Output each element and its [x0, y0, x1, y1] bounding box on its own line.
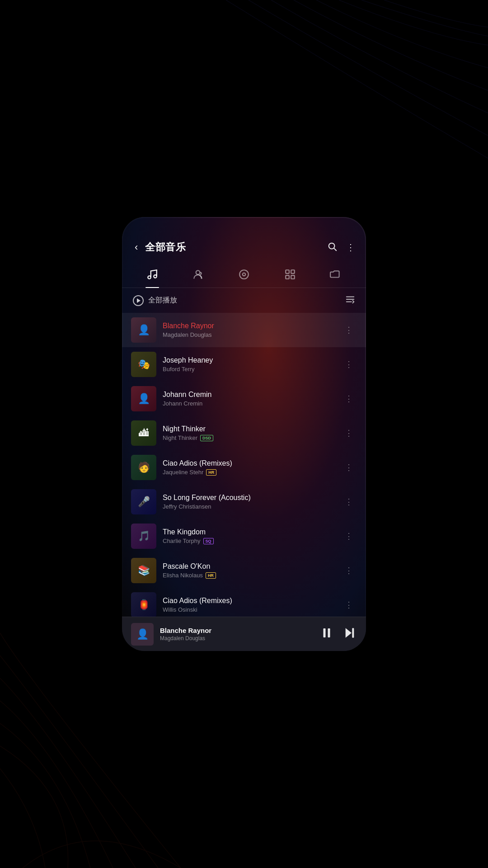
track-more-button[interactable]: ⋮ — [341, 321, 357, 339]
quality-badge: HR — [206, 572, 216, 579]
track-info: Night Thinker Night Thinker DSD — [163, 425, 335, 441]
tab-artists[interactable] — [187, 266, 209, 286]
track-more-button[interactable]: ⋮ — [341, 562, 357, 579]
track-item[interactable]: 🎤 So Long Forever (Acoustic) Jeffry Chri… — [122, 485, 366, 519]
track-item[interactable]: 👤 Blanche Raynor Magdalen Douglas ⋮ — [122, 313, 366, 347]
track-title: Joseph Heaney — [163, 356, 335, 364]
track-title: So Long Forever (Acoustic) — [163, 494, 335, 502]
track-more-button[interactable]: ⋮ — [341, 596, 357, 613]
track-title: Pascale O'Kon — [163, 562, 335, 571]
tab-folders[interactable] — [324, 266, 347, 286]
np-thumb-image: 👤 — [131, 623, 154, 646]
now-playing-thumb: 👤 — [131, 623, 154, 646]
play-all-button[interactable]: 全部播放 — [133, 295, 177, 306]
now-playing-controls — [320, 626, 357, 643]
track-title: Night Thinker — [163, 425, 335, 433]
track-item[interactable]: 📚 Pascale O'Kon Elisha Nikolaus HR ⋮ — [122, 553, 366, 588]
now-playing-bar[interactable]: 👤 Blanche Raynor Magdalen Douglas — [122, 617, 366, 651]
quality-badge: HR — [206, 469, 216, 476]
track-artist: Night Thinker DSD — [163, 434, 335, 441]
svg-rect-16 — [352, 628, 354, 637]
track-thumb: 🎤 — [131, 489, 156, 514]
track-info: Ciao Adios (Remixes) Jaqueline Stehr HR — [163, 459, 335, 476]
svg-point-5 — [243, 273, 246, 276]
tab-playlists[interactable] — [279, 266, 301, 286]
track-info: Ciao Adios (Remixes) Willis Osinski — [163, 597, 335, 613]
track-more-button[interactable]: ⋮ — [341, 425, 357, 442]
play-all-row: 全部播放 — [122, 288, 366, 313]
page-title: 全部音乐 — [145, 241, 322, 254]
header-icons: ⋮ — [327, 241, 355, 254]
track-info: So Long Forever (Acoustic) Jeffry Christ… — [163, 494, 335, 510]
track-item[interactable]: 👤 Johann Cremin Johann Cremin ⋮ — [122, 382, 366, 416]
artists-icon — [192, 269, 204, 283]
track-title: Ciao Adios (Remixes) — [163, 597, 335, 605]
quality-badge: DSD — [200, 435, 213, 441]
track-info: Pascale O'Kon Elisha Nikolaus HR — [163, 562, 335, 579]
artist-name: Magdalen Douglas — [163, 331, 211, 338]
sort-icon[interactable] — [345, 294, 355, 307]
svg-line-2 — [334, 248, 336, 250]
track-more-button[interactable]: ⋮ — [341, 390, 357, 407]
quality-badge: SQ — [203, 538, 214, 544]
track-info: The Kingdom Charlie Torphy SQ — [163, 528, 335, 544]
artist-name: Willis Osinski — [163, 606, 197, 613]
phone-device: ‹ 全部音乐 ⋮ — [122, 217, 366, 651]
track-info: Joseph Heaney Buford Terry — [163, 356, 335, 373]
pause-button[interactable] — [320, 626, 333, 642]
track-thumb-img: 👤 — [131, 317, 156, 343]
track-thumb-img: 📚 — [131, 558, 156, 583]
search-icon[interactable] — [327, 241, 337, 254]
track-artist: Elisha Nikolaus HR — [163, 572, 335, 579]
track-thumb: 📚 — [131, 558, 156, 583]
track-thumb-img: 🎤 — [131, 489, 156, 514]
songs-icon — [146, 269, 158, 283]
more-icon[interactable]: ⋮ — [346, 242, 355, 253]
track-thumb-img: 👤 — [131, 386, 156, 411]
track-thumb: 🧑 — [131, 455, 156, 480]
track-artist: Willis Osinski — [163, 606, 335, 613]
svg-marker-15 — [346, 628, 352, 637]
header: ‹ 全部音乐 ⋮ — [122, 217, 366, 262]
track-thumb-img: 🏮 — [131, 592, 156, 618]
next-button[interactable] — [343, 626, 357, 643]
artist-name: Elisha Nikolaus — [163, 572, 203, 579]
play-all-label: 全部播放 — [148, 296, 177, 305]
track-thumb: 🎵 — [131, 524, 156, 549]
svg-rect-13 — [324, 628, 326, 637]
now-playing-info: Blanche Raynor Magdalen Douglas — [160, 627, 314, 642]
track-artist: Magdalen Douglas — [163, 331, 335, 338]
svg-rect-6 — [286, 270, 289, 274]
now-playing-artist: Magdalen Douglas — [160, 635, 314, 642]
track-title: Ciao Adios (Remixes) — [163, 459, 335, 467]
track-artist: Jaqueline Stehr HR — [163, 469, 335, 476]
artist-name: Johann Cremin — [163, 400, 202, 407]
svg-point-3 — [196, 270, 200, 274]
track-artist: Buford Terry — [163, 366, 335, 373]
track-thumb-img: 🏙 — [131, 420, 156, 446]
back-button[interactable]: ‹ — [133, 240, 140, 255]
track-artist: Jeffry Christiansen — [163, 503, 335, 510]
tab-songs[interactable] — [141, 266, 164, 286]
track-more-button[interactable]: ⋮ — [341, 493, 357, 510]
track-more-button[interactable]: ⋮ — [341, 356, 357, 373]
svg-rect-14 — [328, 628, 330, 637]
track-item[interactable]: 🏙 Night Thinker Night Thinker DSD ⋮ — [122, 416, 366, 450]
track-item[interactable]: 🎭 Joseph Heaney Buford Terry ⋮ — [122, 347, 366, 382]
track-item[interactable]: 🎵 The Kingdom Charlie Torphy SQ ⋮ — [122, 519, 366, 553]
tab-albums[interactable] — [233, 266, 255, 286]
play-all-icon — [133, 295, 144, 306]
track-artist: Charlie Torphy SQ — [163, 538, 335, 544]
svg-rect-7 — [291, 270, 295, 274]
track-more-button[interactable]: ⋮ — [341, 459, 357, 476]
track-thumb: 🏙 — [131, 420, 156, 446]
track-item[interactable]: 🧑 Ciao Adios (Remixes) Jaqueline Stehr H… — [122, 450, 366, 485]
track-more-button[interactable]: ⋮ — [341, 528, 357, 545]
artist-name: Charlie Torphy — [163, 538, 201, 544]
track-title: The Kingdom — [163, 528, 335, 536]
track-thumb-img: 🧑 — [131, 455, 156, 480]
track-thumb: 👤 — [131, 386, 156, 411]
folders-icon — [330, 269, 342, 283]
track-thumb: 🏮 — [131, 592, 156, 618]
artist-name: Buford Terry — [163, 366, 195, 373]
